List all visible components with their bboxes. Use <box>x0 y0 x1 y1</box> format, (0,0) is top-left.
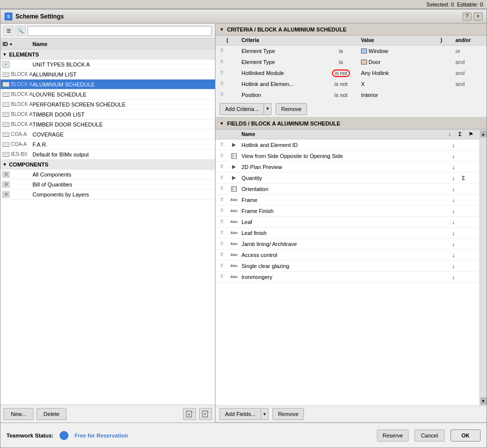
criteria-row[interactable]: ⠿ Hotlinked Module is not Any Hotlink an… <box>216 68 486 78</box>
field-sort: ↓ <box>448 274 458 280</box>
drag-handle[interactable]: ⠿ <box>216 186 226 192</box>
fields-row[interactable]: ⠿ Abc Jamb lining/ Architrave ↓ <box>216 238 480 250</box>
field-sort: ↓ <box>448 175 458 181</box>
drag-handle[interactable]: ⠿ <box>216 142 226 148</box>
fields-row[interactable]: ⠿ Abc Leaf ↓ <box>216 216 480 228</box>
element-icon: ≡ <box>2 61 10 68</box>
remove-fields-button[interactable]: Remove <box>272 408 304 420</box>
paren-close-header: ) <box>440 38 456 43</box>
drag-handle[interactable]: ⠿ <box>216 230 226 236</box>
fields-scrollbar[interactable]: ▲ ▼ <box>480 130 486 406</box>
drag-handle[interactable]: ⠿ <box>216 219 226 224</box>
scroll-down-arrow[interactable]: ▼ <box>480 398 486 404</box>
fields-row[interactable]: ⠿ Abc Ironmongery ↓ <box>216 272 480 282</box>
criteria-row[interactable]: ⠿ Position is not Interior <box>216 90 486 100</box>
drag-handle[interactable]: ⠿ <box>216 241 226 246</box>
search-icon[interactable]: 🔍 <box>16 26 26 36</box>
fields-row[interactable]: ⠿ Abc Access control ↓ <box>216 250 480 260</box>
criteria-table-scroll[interactable]: ⠿ Element Type is Window or <box>216 46 486 100</box>
list-view-icon[interactable]: ☰ <box>4 26 14 36</box>
dialog-title: Scheme Settings <box>16 13 462 20</box>
list-item[interactable]: BLOCK A ALUMINIUM LIST <box>0 70 215 80</box>
fields-row[interactable]: ⠿ Abc Frame ↓ <box>216 194 480 206</box>
fields-row[interactable]: ⠿ View from Side Opposite to Opening Sid… <box>216 150 480 162</box>
add-criteria-dropdown-arrow[interactable]: ▼ <box>264 103 272 115</box>
list-item[interactable]: BLOCK A PERFORATED SCREEN SCHEDULE <box>0 100 215 110</box>
drag-handle[interactable]: ⠿ <box>216 92 226 98</box>
drag-handle[interactable]: ⠿ <box>216 48 226 54</box>
criteria-value: Door <box>361 59 440 65</box>
fields-row[interactable]: ⠿ Abc Single clear glazing ↓ <box>216 260 480 272</box>
list-item[interactable]: ⊞ Bill of Quantities <box>0 180 215 190</box>
row-name: PERFORATED SCREEN SCHEDULE <box>32 102 213 108</box>
list-item[interactable]: ≡ UNIT TYPES BLOCK A <box>0 60 215 70</box>
element-icon <box>2 142 10 147</box>
editable-value: 0 <box>480 2 483 8</box>
name-column-header: Name <box>32 41 213 47</box>
drag-handle[interactable]: ⠿ <box>216 263 226 268</box>
list-item[interactable]: ⊞ All Components <box>0 170 215 180</box>
list-item[interactable]: IES-BX Default for BIMx output <box>0 150 215 160</box>
criteria-row[interactable]: ⠿ Element Type is Door and <box>216 56 486 68</box>
delete-button[interactable]: Delete <box>36 408 66 420</box>
field-name: Ironmongery <box>242 274 448 280</box>
add-fields-button[interactable]: Add Fields... <box>220 408 260 420</box>
field-name: Leaf finish <box>242 230 448 236</box>
criteria-row[interactable]: ⠿ Element Type is Window or <box>216 46 486 56</box>
fields-row[interactable]: ⠿ Abc Leaf finish ↓ <box>216 228 480 238</box>
import-button[interactable] <box>183 408 196 420</box>
list-item[interactable]: BLOCK A ALUMINIUM SCHEDULE <box>0 80 215 90</box>
fields-row[interactable]: ⠿ Orientation ↓ <box>216 184 480 194</box>
list-item[interactable]: COA-A COVERAGE <box>0 130 215 140</box>
criteria-expand-icon[interactable]: ▼ <box>220 27 224 32</box>
selected-label: Selected: <box>426 2 450 8</box>
drag-handle[interactable]: ⠿ <box>216 208 226 214</box>
drag-handle[interactable]: ⠿ <box>216 175 226 180</box>
drag-handle[interactable]: ⠿ <box>216 81 226 86</box>
cancel-button[interactable]: Cancel <box>414 430 444 442</box>
fields-row[interactable]: ⠿ Abc Frame Finish ↓ <box>216 206 480 216</box>
list-item[interactable]: COA-A F.A.R. <box>0 140 215 150</box>
list-item[interactable]: BLOCK A TIMBER DOOR LIST <box>0 110 215 120</box>
elements-group-header[interactable]: ▼ ELEMENTS <box>0 50 215 60</box>
search-input[interactable] <box>28 26 212 36</box>
list-item[interactable]: BLOCK A LOUVRE SCHEDULE <box>0 90 215 100</box>
row-id: ⊞ <box>2 182 32 188</box>
drag-handle[interactable]: ⠿ <box>216 164 226 170</box>
row-name: LOUVRE SCHEDULE <box>32 92 213 98</box>
help-button[interactable]: ? <box>462 12 472 20</box>
fields-row[interactable]: ⠿ Quantity ↓ Σ <box>216 172 480 184</box>
list-item[interactable]: BLOCK A TIMBER DOOR SCHEDULE <box>0 120 215 130</box>
drag-handle[interactable]: ⠿ <box>216 153 226 158</box>
scheme-tree-list[interactable]: ID ▲ Name ▼ ELEMENTS ≡ UNIT TYPES B <box>0 38 215 404</box>
remove-criteria-button[interactable]: Remove <box>276 103 307 115</box>
drag-handle[interactable]: ⠿ <box>216 274 226 280</box>
field-type-icon: Abc <box>226 220 242 224</box>
door-value-icon <box>361 60 367 64</box>
drag-handle[interactable]: ⠿ <box>216 197 226 202</box>
components-group-header[interactable]: ▼ COMPONENTS <box>0 160 215 170</box>
fields-table-header: Name ↓ Σ ⚑ <box>216 130 480 140</box>
scroll-up-arrow[interactable]: ▲ <box>480 130 486 138</box>
add-criteria-button[interactable]: Add Criteria... <box>220 103 264 115</box>
list-item[interactable]: ⊞ Components by Layers <box>0 190 215 200</box>
options-col-header: ⚑ <box>468 132 478 137</box>
criteria-row[interactable]: ⠿ Hotlink and Elemen... is not X and <box>216 78 486 90</box>
new-button[interactable]: New... <box>4 408 34 420</box>
ok-button[interactable]: OK <box>450 430 480 442</box>
sum-col-header: Σ <box>458 132 468 137</box>
drag-handle[interactable]: ⠿ <box>216 252 226 258</box>
fields-row[interactable]: ⠿ Hotlink and Element ID ↓ <box>216 140 480 150</box>
drag-handle[interactable]: ⠿ <box>216 59 226 64</box>
export-button[interactable] <box>199 408 212 420</box>
fields-row[interactable]: ⠿ 2D Plan Preview ↓ <box>216 162 480 172</box>
fields-buttons: Add Fields... ▼ Remove <box>216 406 486 422</box>
add-fields-dropdown-arrow[interactable]: ▼ <box>260 408 268 420</box>
drag-handle[interactable]: ⠿ <box>216 70 226 76</box>
field-type-icon: Abc <box>226 208 242 213</box>
reserve-button[interactable]: Reserve <box>377 430 408 442</box>
close-button[interactable]: × <box>474 12 482 20</box>
fields-table[interactable]: Name ↓ Σ ⚑ ⠿ <box>216 130 480 406</box>
fields-expand-icon[interactable]: ▼ <box>220 121 224 126</box>
operator-highlighted: is not <box>332 70 350 77</box>
